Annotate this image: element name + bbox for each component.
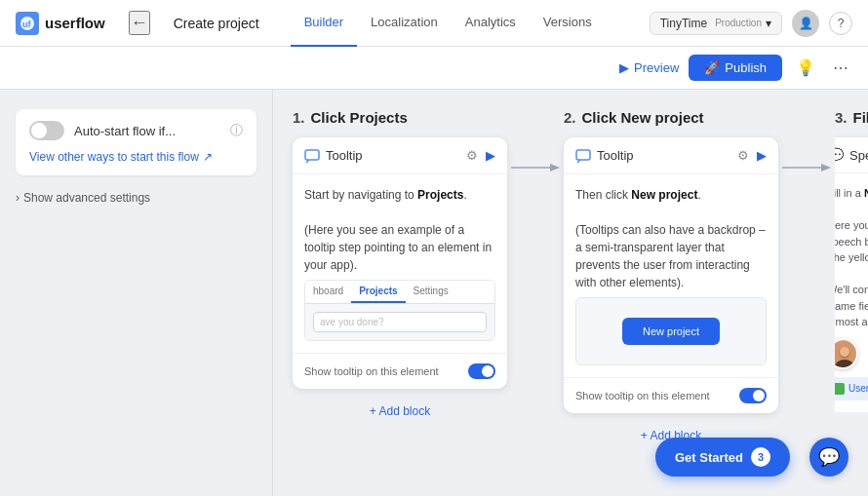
view-other-link[interactable]: View other ways to start this flow ↗ xyxy=(29,150,243,164)
step-2-mock-app: New project xyxy=(575,297,767,365)
gear-icon-2[interactable]: ⚙ xyxy=(737,148,749,163)
avatar[interactable]: 👤 xyxy=(792,10,819,37)
step-3-title-row: 💬 Speech bubble xyxy=(835,147,868,163)
step-2-toggle[interactable] xyxy=(739,388,767,403)
get-started-button[interactable]: Get Started 3 xyxy=(655,438,790,477)
play-icon: ▶ xyxy=(619,60,629,75)
step-1-type: Tooltip xyxy=(326,148,363,163)
tooltip-icon-1 xyxy=(304,147,320,164)
info-icon[interactable]: ⓘ xyxy=(230,122,243,139)
step-1-number: 1. xyxy=(293,109,305,126)
toggle-knob xyxy=(31,123,47,138)
avatar-area xyxy=(835,338,868,369)
publish-button[interactable]: 🚀 Publish xyxy=(689,55,782,81)
auto-start-card: Auto-start flow if... ⓘ View other ways … xyxy=(16,109,256,175)
workspace-env: Production xyxy=(715,18,762,28)
back-button[interactable]: ← xyxy=(129,11,150,35)
arrow-svg-1 xyxy=(511,158,560,177)
svg-text:uf: uf xyxy=(22,19,31,29)
main-area: Auto-start flow if... ⓘ View other ways … xyxy=(0,90,868,496)
chevron-down-icon: ▾ xyxy=(766,17,771,30)
step-3-body: Fill in a Name for y... Here you see an … xyxy=(835,173,868,412)
page-title: Create project xyxy=(174,16,259,31)
svg-rect-5 xyxy=(576,150,590,160)
step-2-header: 2. Click New project xyxy=(564,109,704,126)
auto-start-toggle[interactable] xyxy=(29,121,64,140)
gear-icon-1[interactable]: ⚙ xyxy=(466,148,478,163)
workspace-button[interactable]: TinyTime Production ▾ xyxy=(650,12,782,35)
step-2-actions: ⚙ ▶ xyxy=(737,148,767,163)
left-panel: Auto-start flow if... ⓘ View other ways … xyxy=(0,90,273,496)
step-1-mock-app: hboard Projects Settings ave you done? xyxy=(304,280,495,341)
svg-marker-4 xyxy=(550,164,560,172)
help-button[interactable]: ? xyxy=(829,12,852,35)
step-1-text: Start by navigating to Projects. (Here y… xyxy=(304,186,495,274)
step-2-body: Then click New project. (Tooltips can al… xyxy=(564,174,778,377)
preview-button[interactable]: ▶ Preview xyxy=(619,60,679,75)
step-3: 3. Fill in name 💬 Speech bubble Fill in … xyxy=(835,109,868,412)
step-3-text: Fill in a Name for y... Here you see an … xyxy=(835,185,868,330)
get-started-badge: 3 xyxy=(751,447,770,467)
workspace-name: TinyTime xyxy=(660,17,707,30)
step-2-title-row: Tooltip xyxy=(575,147,634,164)
connector-1-2 xyxy=(507,109,564,177)
step-2-type: Tooltip xyxy=(597,148,634,163)
tooltip-icon-2 xyxy=(575,147,591,164)
tab-analytics[interactable]: Analytics xyxy=(452,0,530,47)
step-3-type: Speech bubble xyxy=(849,148,868,163)
tab-localization[interactable]: Localization xyxy=(357,0,452,47)
step-3-title: Fill in name xyxy=(853,109,868,126)
step-2-card: Tooltip ⚙ ▶ Then click New project. (Too… xyxy=(564,137,778,413)
step-2-number: 2. xyxy=(564,109,576,126)
step-1-toggle-knob xyxy=(482,365,493,377)
more-button[interactable]: ⋯ xyxy=(829,55,852,81)
chat-icon: 💬 xyxy=(818,446,840,468)
show-advanced[interactable]: › Show advanced settings xyxy=(16,191,256,205)
play-icon-2[interactable]: ▶ xyxy=(757,148,767,163)
step-3-user-label: User fills in this... xyxy=(835,377,868,401)
lightbulb-button[interactable]: 💡 xyxy=(792,55,819,81)
step-1-header: 1. Click Projects xyxy=(293,109,408,126)
publish-icon: 🚀 xyxy=(704,60,720,75)
top-nav: uf userflow ← Create project Builder Loc… xyxy=(0,0,868,47)
tab-builder[interactable]: Builder xyxy=(291,0,357,47)
chat-bubble-button[interactable]: 💬 xyxy=(809,438,848,477)
step-1-body: Start by navigating to Projects. (Here y… xyxy=(293,174,507,353)
step-1-mock-tabs: hboard Projects Settings xyxy=(305,281,494,304)
step-1-mock-content: ave you done? xyxy=(305,304,494,340)
step-1-title: Click Projects xyxy=(311,109,408,126)
step-2-footer: Show tooltip on this element xyxy=(564,377,778,413)
chevron-icon: › xyxy=(16,191,20,205)
step-1-title-row: Tooltip xyxy=(304,147,363,164)
step-2-card-header: Tooltip ⚙ ▶ xyxy=(564,137,778,174)
step-2-text: Then click New project. (Tooltips can al… xyxy=(575,186,767,291)
mock-tab-dashboard[interactable]: hboard xyxy=(305,281,351,303)
svg-rect-2 xyxy=(305,150,319,160)
mock-input-1: ave you done? xyxy=(313,312,487,332)
logo: uf userflow xyxy=(16,12,105,35)
step-3-number: 3. xyxy=(835,109,848,126)
tab-versions[interactable]: Versions xyxy=(530,0,606,47)
step-3-card: 💬 Speech bubble Fill in a Name for y... … xyxy=(835,137,868,412)
step-1-add-block[interactable]: + Add block xyxy=(362,401,438,422)
step-3-card-header: 💬 Speech bubble xyxy=(835,137,868,173)
new-project-mock-btn: New project xyxy=(622,318,720,345)
step-3-header: 3. Fill in name xyxy=(835,109,868,126)
logo-text: userflow xyxy=(45,15,105,31)
mock-tab-projects[interactable]: Projects xyxy=(351,281,405,303)
step-2: 2. Click New project Tooltip xyxy=(564,109,778,446)
step-1-toggle[interactable] xyxy=(468,363,495,379)
step-1-footer: Show tooltip on this element xyxy=(293,353,507,389)
step-1-card-header: Tooltip ⚙ ▶ xyxy=(293,137,507,174)
arrow-svg-2 xyxy=(782,158,831,177)
nav-right: TinyTime Production ▾ 👤 ? xyxy=(650,10,852,37)
nav-tabs: Builder Localization Analytics Versions xyxy=(291,0,606,47)
canvas: 1. Click Projects Tooltip xyxy=(273,90,868,496)
svg-marker-7 xyxy=(821,164,831,172)
userflow-icon xyxy=(835,383,845,395)
play-icon-1[interactable]: ▶ xyxy=(486,148,495,163)
step-1-actions: ⚙ ▶ xyxy=(466,148,495,163)
external-link-icon: ↗ xyxy=(203,150,213,164)
mock-tab-settings[interactable]: Settings xyxy=(406,281,456,303)
step-1: 1. Click Projects Tooltip xyxy=(293,109,507,422)
